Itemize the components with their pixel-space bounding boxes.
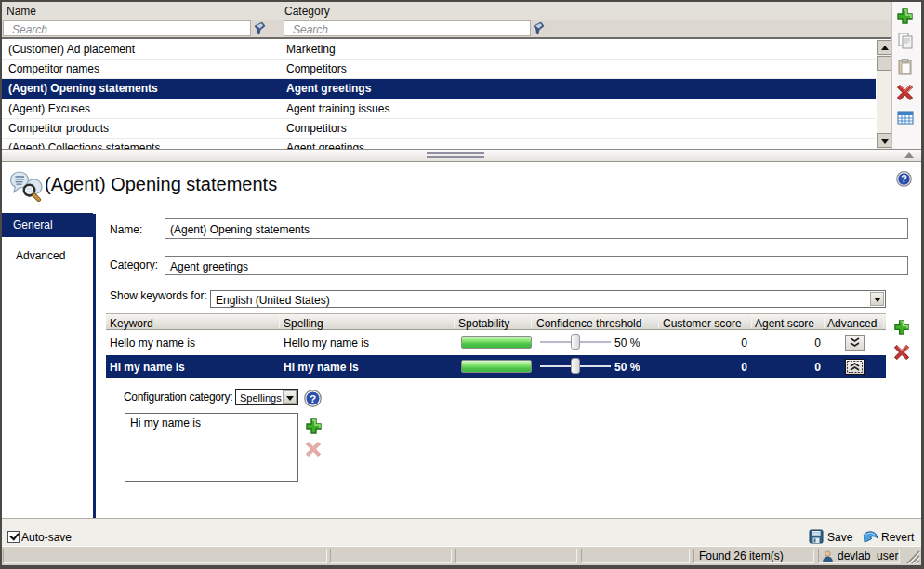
svg-text:?: ? [310, 392, 316, 404]
svg-text:?: ? [901, 173, 906, 184]
